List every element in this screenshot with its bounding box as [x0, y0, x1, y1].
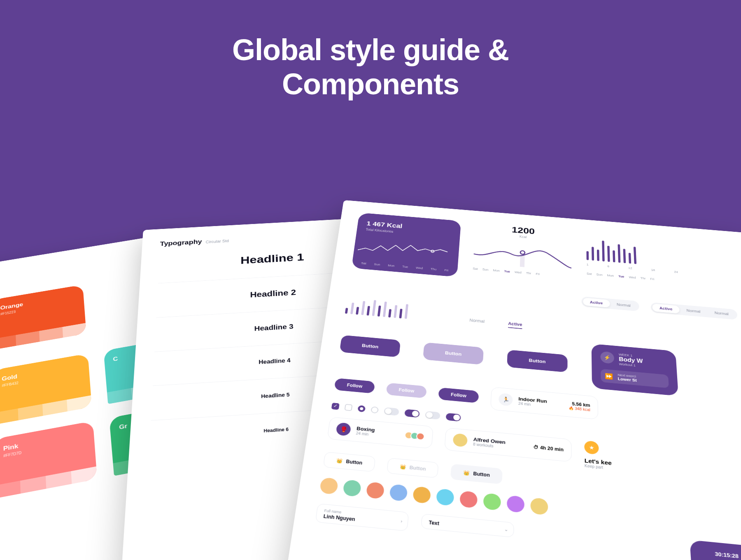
small-bars — [345, 294, 409, 319]
segment[interactable]: Normal — [679, 306, 708, 316]
avatar[interactable] — [483, 493, 501, 511]
kcal-value: 1 467 Kcal — [366, 220, 452, 234]
avatar[interactable] — [412, 486, 431, 504]
secondary-colors-label: Secondary Colors — [0, 326, 197, 385]
toggle-off-2[interactable] — [425, 411, 440, 420]
bars-chart: 16121824 SatSunMonTueWedThrFri — [586, 231, 686, 283]
follow-pill-2[interactable]: Follow — [386, 383, 427, 398]
ghost-button-3[interactable]: 👑Button — [450, 464, 502, 484]
week-sub: Workout 1 — [619, 362, 643, 368]
kcal-card: 1 467 Kcal Total Kilocalories SatSunMonT… — [352, 212, 461, 277]
run-cal: 348 kcal — [575, 406, 590, 412]
tab-normal[interactable]: Normal — [469, 318, 485, 326]
toggle-on-1[interactable] — [404, 409, 420, 418]
avatar[interactable] — [319, 477, 339, 495]
star-icon: ★ — [584, 441, 599, 455]
radio-off[interactable] — [370, 406, 379, 413]
typo-sample: Headline 1 — [158, 247, 385, 271]
bolt-icon: ⚡ — [600, 351, 614, 364]
button-primary-big[interactable]: Button — [340, 335, 401, 357]
ghost-button-2[interactable]: 👑Button — [387, 458, 439, 478]
toggle-off-1[interactable] — [384, 407, 399, 416]
crown-icon: 👑 — [399, 464, 406, 470]
checkbox-off[interactable] — [345, 404, 353, 411]
color-swatch: Gold#FFB432 — [0, 353, 92, 425]
fullname-input[interactable]: Full name Linh Nguyen › — [315, 503, 409, 531]
run-dist: 5.56 km — [569, 401, 590, 408]
run-icon: 🏃 — [499, 393, 513, 406]
alfred-time: 4h 20 min — [540, 445, 564, 453]
segment[interactable]: Active — [583, 298, 610, 308]
segment[interactable]: Normal — [610, 300, 638, 310]
big-number-unit: Kcal — [475, 231, 571, 243]
follow-pill-3[interactable]: Follow — [438, 387, 479, 403]
avatar[interactable] — [436, 488, 454, 506]
avatar[interactable] — [530, 497, 548, 515]
radio-on[interactable] — [357, 405, 366, 412]
button-soft-big[interactable]: Button — [423, 342, 484, 365]
button-primary-big-2[interactable]: Button — [507, 350, 567, 372]
primary-colors-label: Primary Colors — [0, 259, 188, 314]
toggle-on-2[interactable] — [446, 413, 461, 422]
week-next-label: Next exerci — [618, 373, 636, 378]
crown-icon: 👑 — [336, 458, 343, 464]
timer-time: 30:15:28 — [700, 549, 741, 560]
segmented-a[interactable]: ActiveNormal — [581, 296, 639, 312]
kcal-sparkline — [357, 235, 448, 263]
week-next-value: Lower St — [618, 377, 636, 383]
kcal-sub: Total Kilocalories — [366, 228, 451, 238]
segmented-b[interactable]: ActiveNormalNormal — [650, 302, 738, 320]
primary-swatch-row: Daisy Bush5F4093 Orange#F15223 — [0, 267, 195, 369]
avatar[interactable] — [366, 482, 385, 499]
text-value: Text — [429, 520, 506, 533]
components-panel: 1 467 Kcal Total Kilocalories SatSunMonT… — [277, 200, 741, 560]
week-title: Body W — [619, 356, 643, 364]
timer-card: 30:15:28 🏃 Total Kiloc 656 K — [690, 540, 741, 560]
typo-sample: Headline 5 — [152, 385, 398, 406]
ghost-button-1[interactable]: 👑Button — [323, 452, 375, 472]
alfred-chip: Alfred Owen 8 workouts ⏱ 4h 20 min — [444, 427, 571, 462]
boxing-chip: 🥊 Boxing 24 min — [327, 417, 433, 449]
avatar[interactable] — [343, 479, 361, 497]
typography-title: Typography — [160, 238, 202, 247]
svg-rect-2 — [520, 252, 525, 267]
segment[interactable]: Normal — [707, 308, 736, 319]
crown-icon: 👑 — [463, 470, 470, 476]
typo-sample: Headline 3 — [155, 317, 391, 338]
big-number: 1200 — [475, 222, 571, 239]
follow-pill-1[interactable]: Follow — [334, 378, 375, 394]
chevron-down-icon: ⌄ — [504, 526, 508, 532]
tab-active[interactable]: Active — [508, 321, 522, 329]
indoor-run-card: 🏃 Indoor Run 24 min 5.56 km 🔥 348 kcal — [490, 387, 598, 420]
typo-sample: Headline 2 — [157, 283, 388, 305]
kcal-line-chart: 1200 Kcal SatSunMonTueWedThrFri — [473, 222, 571, 278]
color-swatch: C — [103, 334, 204, 404]
avatar-icon — [453, 433, 468, 447]
text-select[interactable]: Text ⌄ — [421, 513, 514, 537]
color-swatch: Orange#F15223 — [0, 285, 86, 350]
boxing-icon: 🥊 — [336, 422, 351, 436]
avatar[interactable] — [459, 490, 478, 508]
run-time: 24 min — [518, 401, 563, 410]
week-pre: WEEK 1 — [619, 353, 643, 358]
svg-point-0 — [431, 250, 434, 252]
run-title: Indoor Run — [518, 396, 563, 406]
svg-point-1 — [520, 251, 525, 255]
checkbox-on[interactable] — [331, 403, 340, 410]
segment[interactable]: Active — [652, 303, 680, 313]
keep-card: ★ Let's kee Keep part — [584, 441, 671, 476]
avatar[interactable] — [507, 495, 525, 513]
tabs-pair[interactable]: Normal Active — [469, 318, 522, 329]
week-card: ⚡ WEEK 1 Body W Workout 1 ⏩ Next exerci … — [591, 344, 678, 396]
typo-sample: Headline 4 — [154, 351, 395, 372]
chevron-right-icon: › — [401, 518, 403, 523]
avatar[interactable] — [389, 484, 408, 502]
hero-title: Global style guide & Components — [232, 33, 509, 101]
typography-font: Circular Std — [205, 239, 228, 244]
color-swatch: Pink#FF7D7D — [0, 421, 97, 498]
forward-icon: ⏩ — [605, 373, 613, 380]
